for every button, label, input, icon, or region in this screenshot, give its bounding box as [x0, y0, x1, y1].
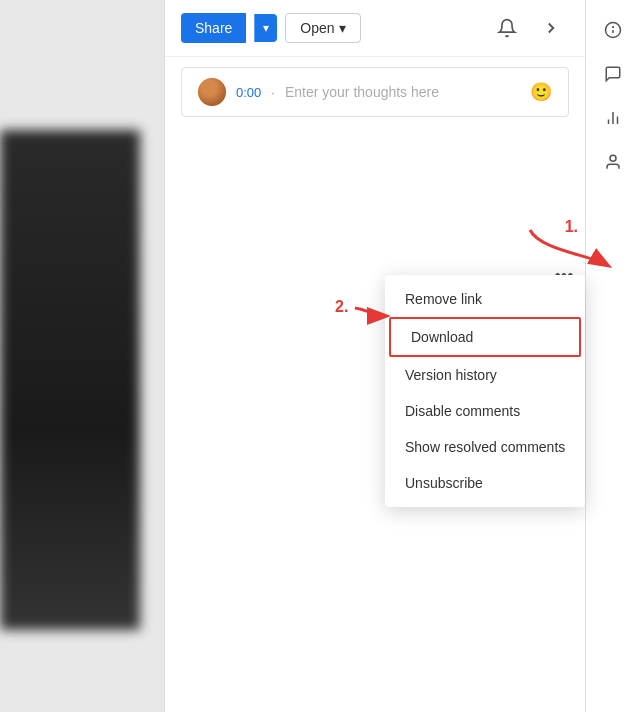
menu-item-remove-link[interactable]: Remove link — [385, 281, 585, 317]
open-label: Open — [300, 20, 334, 36]
sidebar-person-icon[interactable] — [593, 142, 633, 182]
open-button[interactable]: Open ▾ — [285, 13, 360, 43]
right-sidebar — [585, 0, 640, 712]
left-panel — [0, 0, 165, 712]
sidebar-info-icon[interactable] — [593, 10, 633, 50]
annotation-label-2: 2. — [335, 298, 348, 316]
menu-item-unsubscribe[interactable]: Unsubscribe — [385, 465, 585, 501]
menu-item-disable-comments[interactable]: Disable comments — [385, 393, 585, 429]
sidebar-comment-icon[interactable] — [593, 54, 633, 94]
menu-item-download[interactable]: Download — [389, 317, 581, 357]
blurred-content — [0, 130, 140, 630]
menu-item-show-resolved[interactable]: Show resolved comments — [385, 429, 585, 465]
svg-point-6 — [610, 155, 616, 161]
open-arrow-icon: ▾ — [339, 20, 346, 36]
comment-placeholder[interactable]: Enter your thoughts here — [285, 84, 520, 100]
comment-bar[interactable]: 0:00 · Enter your thoughts here 🙂 — [181, 67, 569, 117]
emoji-icon[interactable]: 🙂 — [530, 81, 552, 103]
share-button[interactable]: Share — [181, 13, 246, 43]
dropdown-menu: Remove link Download Version history Dis… — [385, 275, 585, 507]
bell-icon[interactable] — [489, 10, 525, 46]
timestamp: 0:00 — [236, 85, 261, 100]
sidebar-chart-icon[interactable] — [593, 98, 633, 138]
annotation-label-1: 1. — [565, 218, 578, 236]
menu-item-version-history[interactable]: Version history — [385, 357, 585, 393]
avatar — [198, 78, 226, 106]
share-dropdown-button[interactable]: ▾ — [254, 14, 277, 42]
separator: · — [271, 85, 275, 100]
toolbar: Share ▾ Open ▾ — [165, 0, 585, 57]
expand-icon[interactable] — [533, 10, 569, 46]
